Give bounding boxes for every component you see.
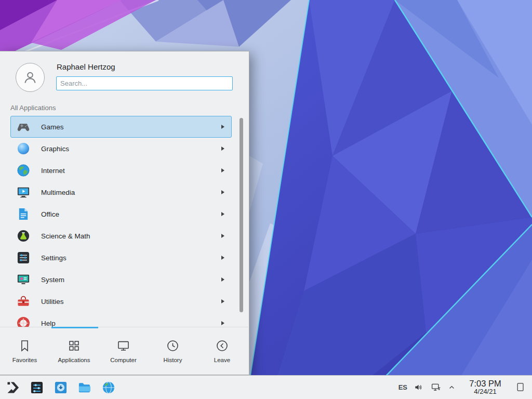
clock-icon	[166, 339, 180, 353]
category-label: Graphics	[41, 145, 69, 153]
category-row-multimedia[interactable]: Multimedia	[10, 181, 232, 203]
toolbox-icon	[16, 294, 31, 309]
category-row-help[interactable]: Help	[10, 312, 232, 327]
submenu-arrow-icon	[221, 256, 224, 260]
plasma-kickoff-icon	[6, 380, 20, 395]
desktop: Raphael Hertzog All Applications Games	[0, 0, 532, 399]
list-scrollbar-track[interactable]	[240, 117, 243, 326]
category-label: Office	[41, 210, 59, 218]
taskbar: ES 7:03 PM 4/24/21	[0, 375, 532, 399]
digital-clock[interactable]: 7:03 PM 4/24/21	[466, 379, 504, 396]
category-label: Utilities	[41, 298, 64, 305]
leave-icon	[215, 339, 229, 353]
clock-date: 4/24/21	[466, 388, 504, 396]
tab-label: History	[164, 357, 182, 363]
system-monitor-icon	[16, 272, 31, 287]
person-icon	[21, 68, 39, 87]
category-row-system[interactable]: System	[10, 269, 232, 290]
tab-computer[interactable]: Computer	[99, 327, 148, 375]
computer-icon	[116, 339, 130, 353]
browser-globe-icon	[101, 380, 116, 395]
category-list: Games Graphics Internet	[10, 116, 232, 327]
sphere-icon	[16, 141, 31, 156]
show-desktop-icon	[515, 382, 526, 392]
submenu-arrow-icon	[221, 190, 224, 194]
taskbar-app-settings[interactable]	[28, 379, 46, 396]
system-tray: ES 7:03 PM 4/24/21	[398, 379, 528, 396]
category-label: Games	[41, 123, 64, 131]
tab-favorites[interactable]: Favorites	[0, 327, 49, 375]
volume-tray-button[interactable]	[414, 382, 424, 392]
category-row-settings[interactable]: Settings	[10, 247, 232, 269]
tab-leave[interactable]: Leave	[197, 327, 247, 375]
network-tray-button[interactable]	[431, 382, 442, 393]
keyboard-layout-indicator[interactable]: ES	[398, 383, 407, 391]
submenu-arrow-icon	[221, 277, 224, 282]
tab-label: Computer	[110, 357, 137, 363]
clock-time: 7:03 PM	[466, 379, 504, 388]
category-row-office[interactable]: Office	[10, 203, 232, 225]
caret-up-icon	[448, 384, 455, 391]
list-scrollbar-thumb[interactable]	[240, 118, 243, 312]
gamepad-icon	[16, 119, 31, 134]
user-name: Raphael Hertzog	[57, 62, 115, 71]
flask-icon	[16, 229, 31, 243]
category-row-science-math[interactable]: Science & Math	[10, 225, 232, 247]
user-avatar[interactable]	[16, 63, 45, 92]
volume-icon	[414, 382, 424, 392]
globe-icon	[16, 163, 31, 178]
category-row-games[interactable]: Games	[10, 116, 232, 138]
submenu-arrow-icon	[221, 125, 224, 129]
search-input[interactable]	[56, 76, 233, 90]
tab-applications[interactable]: Applications	[49, 327, 99, 375]
taskbar-app-file-manager[interactable]	[76, 379, 94, 396]
folder-app-icon	[77, 380, 92, 395]
category-label: Multimedia	[41, 189, 75, 196]
show-desktop-button[interactable]	[515, 382, 526, 392]
taskbar-app-discover[interactable]	[52, 379, 70, 396]
submenu-arrow-icon	[221, 234, 224, 238]
tab-label: Leave	[214, 357, 230, 363]
grid-icon	[67, 339, 81, 353]
category-label: Internet	[41, 167, 65, 175]
sliders-icon	[16, 250, 31, 265]
active-tab-indicator	[51, 327, 98, 328]
section-label: All Applications	[10, 104, 56, 112]
submenu-arrow-icon	[221, 321, 224, 325]
launcher-tabbar: Favorites Applications Computer History	[0, 327, 248, 375]
submenu-arrow-icon	[221, 299, 224, 303]
tray-expander-button[interactable]	[448, 384, 455, 391]
submenu-arrow-icon	[221, 168, 224, 172]
document-icon	[16, 207, 31, 221]
category-row-graphics[interactable]: Graphics	[10, 138, 232, 159]
category-label: System	[41, 276, 64, 284]
submenu-arrow-icon	[221, 212, 224, 216]
category-label: Settings	[41, 254, 66, 262]
network-icon	[431, 382, 442, 393]
tab-label: Applications	[58, 357, 90, 363]
taskbar-app-browser[interactable]	[100, 379, 117, 396]
application-launcher: Raphael Hertzog All Applications Games	[0, 51, 249, 375]
help-ring-icon	[16, 316, 31, 327]
category-label: Science & Math	[41, 232, 90, 240]
category-row-internet[interactable]: Internet	[10, 159, 232, 181]
discover-app-icon	[54, 380, 68, 395]
kickoff-launcher-button[interactable]	[4, 379, 22, 396]
bookmark-icon	[18, 339, 32, 353]
tab-history[interactable]: History	[148, 327, 197, 375]
media-monitor-icon	[16, 185, 31, 200]
category-row-utilities[interactable]: Utilities	[10, 290, 232, 312]
settings-sliders-app-icon	[30, 380, 44, 395]
submenu-arrow-icon	[221, 147, 224, 151]
tab-label: Favorites	[12, 357, 37, 363]
category-label: Help	[41, 320, 56, 327]
